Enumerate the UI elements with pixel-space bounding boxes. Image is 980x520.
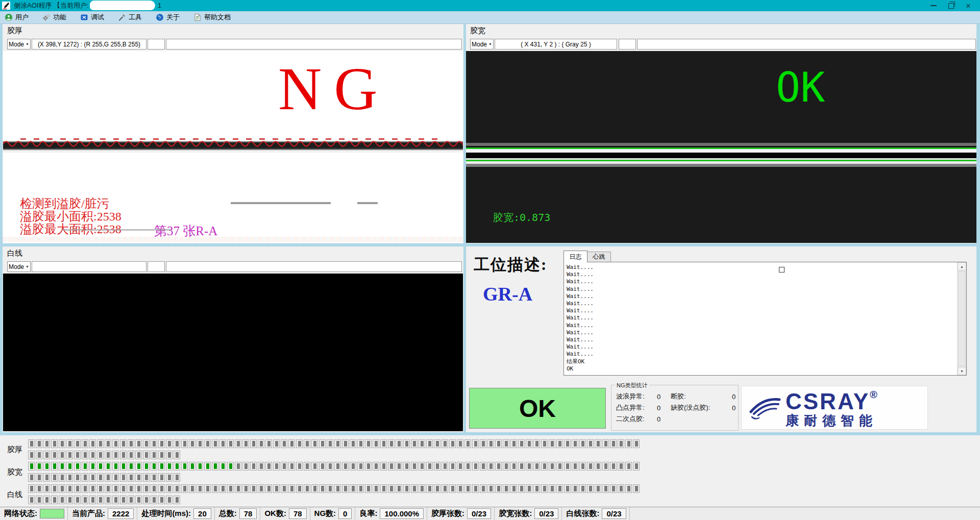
indicator-cell (579, 484, 586, 493)
status-segment: 网络状态: (0, 507, 68, 520)
menu-item-debug[interactable]: 调试 (80, 13, 104, 22)
indicator-cell (51, 496, 58, 504)
indicator-cell (334, 484, 341, 493)
ng-stat-row: 波浪异常:0 (616, 391, 660, 402)
indicator-cell (204, 462, 211, 471)
status-value: 78 (239, 508, 257, 519)
about-icon: ? (156, 13, 164, 21)
indicator-cell (97, 462, 104, 471)
indicator-cell (174, 484, 180, 493)
indicator-cell (472, 462, 479, 471)
indicator-cell (633, 439, 640, 448)
indicator-cell (197, 484, 203, 493)
logo-brand-text: CSRAY (786, 389, 870, 414)
tab-log[interactable]: 日志 (564, 251, 587, 262)
menu-item-user[interactable]: 用户 (5, 13, 29, 22)
indicator-cell (572, 462, 578, 471)
indicator-cell (36, 439, 42, 448)
indicator-cell (197, 462, 203, 471)
indicator-cell (74, 484, 81, 493)
indicator-cell (365, 462, 372, 471)
indicator-cell (556, 439, 563, 448)
indicator-cell (625, 484, 632, 493)
indicator-cell (464, 462, 471, 471)
menu-item-about[interactable]: ?关于 (156, 13, 180, 22)
indicator-cell (258, 439, 264, 448)
white-line-info-box (166, 261, 462, 272)
indicator-cell (36, 496, 42, 504)
indicator-cell (579, 439, 586, 448)
indicator-group-label: 胶厚 (7, 445, 22, 455)
indicator-cell (135, 462, 142, 471)
indicator-cell (151, 439, 157, 448)
gear-icon (42, 13, 51, 21)
indicator-cell (66, 439, 73, 448)
log-line: OK (567, 365, 957, 373)
glue-width-mode-dropdown[interactable]: Mode▼ (470, 39, 494, 49)
overall-result-button[interactable]: OK (469, 388, 606, 429)
menu-item-label: 用户 (15, 13, 29, 22)
indicator-cell (526, 439, 532, 448)
close-button[interactable]: × (960, 0, 977, 11)
indicator-cell (204, 439, 211, 448)
indicator-cell (66, 473, 73, 482)
indicator-cell (189, 462, 195, 471)
glue-thickness-mode-dropdown[interactable]: Mode▼ (7, 39, 31, 49)
menu-item-label: 工具 (129, 13, 142, 22)
indicator-cell (434, 439, 440, 448)
indicator-cell (36, 462, 42, 471)
indicator-cell (250, 439, 257, 448)
indicator-cell (411, 484, 418, 493)
scroll-up-icon[interactable]: ▲ (958, 262, 966, 270)
restore-button[interactable] (942, 0, 960, 11)
indicator-cell (442, 439, 448, 448)
indicator-cell (120, 496, 127, 504)
indicator-cell (197, 439, 203, 448)
indicator-cell (610, 484, 617, 493)
indicator-cell (212, 462, 218, 471)
indicator-cell (357, 462, 364, 471)
tab-heartbeat[interactable]: 心跳 (587, 252, 611, 262)
glue-thickness-info-box (166, 39, 462, 49)
indicator-cell (526, 462, 532, 471)
indicator-cell (166, 439, 173, 448)
indicator-cell (350, 462, 356, 471)
indicator-cell (510, 439, 517, 448)
indicator-cell (82, 484, 88, 493)
indicator-cell (143, 496, 150, 504)
log-checkbox[interactable] (779, 267, 785, 273)
indicator-cell (235, 484, 241, 493)
log-scrollbar[interactable]: ▲ ▼ (957, 262, 966, 375)
indicator-row (28, 462, 641, 471)
indicator-cell (204, 484, 211, 493)
indicator-cell (227, 484, 234, 493)
indicator-cell (143, 484, 150, 493)
indicator-cell (112, 451, 119, 459)
indicator-cell (357, 484, 364, 493)
indicator-cell (112, 484, 119, 493)
menu-item-gear[interactable]: 功能 (42, 13, 66, 22)
indicator-cell (89, 439, 96, 448)
indicator-cell (97, 473, 104, 482)
indicator-cell (36, 473, 42, 482)
scrollbar-thumb[interactable] (958, 271, 966, 366)
menu-item-help-doc[interactable]: 帮助文档 (193, 13, 231, 22)
status-value: 2222 (108, 508, 134, 519)
indicator-cell (549, 462, 555, 471)
menu-item-wrench[interactable]: 工具 (118, 13, 142, 22)
status-label: OK数: (262, 509, 289, 518)
scroll-down-icon[interactable]: ▼ (958, 367, 966, 375)
indicator-cell (105, 473, 111, 482)
minimize-button[interactable] (925, 0, 942, 11)
edge-band (466, 143, 976, 167)
indicator-cell (533, 439, 540, 448)
white-line-mode-dropdown[interactable]: Mode▼ (7, 261, 31, 272)
indicator-cell (564, 484, 571, 493)
indicator-cell (174, 462, 180, 471)
indicator-cell (564, 462, 571, 471)
indicator-cell (549, 484, 555, 493)
indicator-cell (66, 484, 73, 493)
status-value: 0/23 (602, 508, 626, 519)
indicator-cell (28, 484, 35, 493)
indicator-cell (265, 462, 272, 471)
